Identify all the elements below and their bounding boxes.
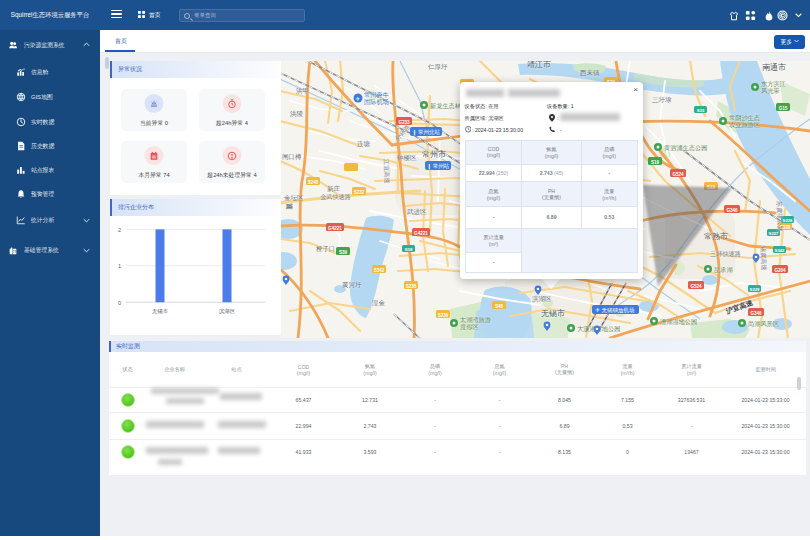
- svg-text:S38: S38: [405, 247, 413, 252]
- svg-text:S39: S39: [339, 250, 348, 255]
- svg-text:❙ 常州站: ❙ 常州站: [427, 163, 450, 170]
- svg-text:风光带: 风光带: [761, 87, 780, 95]
- svg-text:黄泗浦生态公园: 黄泗浦生态公园: [664, 144, 707, 152]
- svg-text:S342: S342: [374, 268, 385, 273]
- svg-text:金坛区: 金坛区: [284, 194, 304, 201]
- svg-text:连塘: 连塘: [357, 140, 371, 148]
- svg-text:西来镇: 西来镇: [579, 69, 600, 76]
- svg-text:S48: S48: [495, 304, 504, 309]
- svg-text:靖江市: 靖江市: [527, 61, 551, 69]
- svg-text:常州市: 常州市: [422, 150, 446, 159]
- svg-text:G346: G346: [726, 208, 738, 213]
- svg-text:新庄: 新庄: [327, 185, 341, 192]
- svg-text:G15: G15: [779, 106, 788, 111]
- svg-text:金武快速路: 金武快速路: [320, 193, 351, 201]
- svg-text:G524: G524: [690, 284, 702, 289]
- svg-text:漕湖湿地公园: 漕湖湿地公园: [660, 318, 697, 326]
- svg-text:✈ 无锡硕放机场: ✈ 无锡硕放机场: [595, 307, 634, 314]
- svg-text:✈: ✈: [356, 96, 361, 102]
- svg-text:S229: S229: [750, 287, 760, 292]
- svg-text:南通市: 南通市: [762, 62, 786, 72]
- svg-text:昆承湖: 昆承湖: [714, 266, 733, 274]
- svg-text:国际机场: 国际机场: [364, 98, 389, 106]
- svg-text:湟金: 湟金: [372, 299, 386, 307]
- svg-text:S35: S35: [697, 108, 705, 113]
- svg-text:S232: S232: [354, 190, 365, 195]
- svg-text:三圩埭: 三圩埭: [652, 96, 672, 103]
- svg-text:仁厚圩: 仁厚圩: [428, 63, 448, 70]
- svg-text:洪陵: 洪陵: [290, 110, 304, 118]
- svg-text:钟楼区: 钟楼区: [396, 154, 417, 161]
- svg-text:G346: G346: [750, 311, 762, 316]
- svg-text:G4221: G4221: [328, 226, 342, 231]
- svg-text:常州奔牛: 常州奔牛: [364, 91, 390, 98]
- svg-text:G204: G204: [774, 268, 786, 273]
- svg-text:2: 2: [118, 227, 121, 233]
- svg-text:度假区: 度假区: [460, 323, 479, 331]
- svg-text:S230: S230: [438, 313, 449, 318]
- svg-text:洪甲: 洪甲: [296, 87, 309, 95]
- svg-text:尚湖风景区: 尚湖风景区: [748, 320, 779, 327]
- svg-text:黄河圩: 黄河圩: [342, 281, 362, 289]
- svg-text:G524: G524: [672, 172, 684, 177]
- svg-text:桠子口: 桠子口: [315, 245, 336, 253]
- svg-text:武进区: 武进区: [406, 208, 427, 216]
- svg-text:S342: S342: [775, 248, 785, 253]
- svg-text:闸口樽: 闸口樽: [282, 153, 302, 161]
- svg-text:0: 0: [118, 300, 121, 306]
- svg-text:滨湖区: 滨湖区: [219, 308, 236, 314]
- svg-text:S240: S240: [308, 180, 319, 185]
- svg-text:1: 1: [118, 263, 121, 269]
- svg-text:常熟市: 常熟市: [704, 232, 728, 241]
- svg-text:三环快速路: 三环快速路: [710, 250, 741, 258]
- svg-text:❙ 常州北站: ❙ 常州北站: [412, 129, 441, 136]
- svg-text:新龙生态林: 新龙生态林: [429, 102, 462, 109]
- svg-text:S230: S230: [406, 284, 417, 289]
- svg-text:无锡市: 无锡市: [152, 308, 168, 315]
- svg-text:无锡市: 无锡市: [541, 309, 565, 318]
- svg-text:S19: S19: [651, 160, 660, 165]
- svg-text:G4221: G4221: [414, 231, 428, 236]
- svg-text:农业旅游区: 农业旅游区: [729, 121, 760, 129]
